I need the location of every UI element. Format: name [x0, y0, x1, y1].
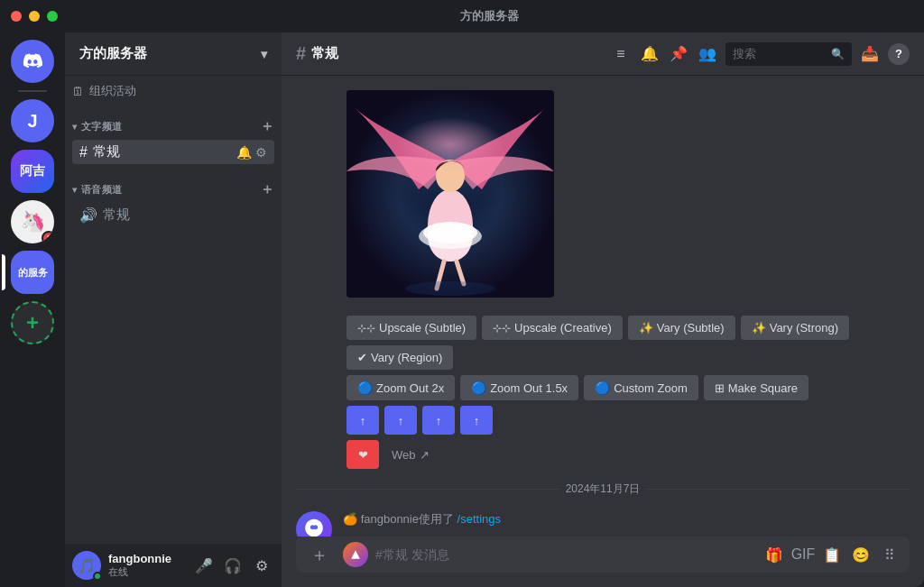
user-status-display: 在线	[108, 565, 184, 579]
svg-point-4	[419, 224, 482, 249]
generated-image	[346, 90, 554, 298]
upscale-vary-row: ⊹⊹ Upscale (Subtle) ⊹⊹ Upscale (Creative…	[346, 316, 910, 370]
channel-name-display: # 常规	[296, 43, 338, 64]
action-buttons-section: ⊹⊹ Upscale (Subtle) ⊹⊹ Upscale (Creative…	[282, 316, 924, 474]
upscale-subtle-button[interactable]: ⊹⊹ Upscale (Subtle)	[346, 316, 476, 340]
notifications-icon[interactable]: 🔔	[639, 43, 661, 65]
org-activity-item[interactable]: 🗓 组织活动	[65, 76, 282, 103]
search-icon: 🔍	[831, 48, 845, 60]
input-right-actions: 🎁 GIF 📋 😊 ⠿	[762, 542, 902, 567]
window-maximize[interactable]	[47, 11, 58, 22]
voice-channels-category: ▾ 语音频道 ＋	[65, 166, 282, 203]
voice-channels-label[interactable]: ▾ 语音频道	[72, 183, 123, 197]
headphones-button[interactable]: 🎧	[220, 553, 245, 578]
user-avatar-text: 🎵	[78, 557, 96, 574]
user-avatar: 🎵	[72, 551, 101, 580]
threads-icon[interactable]: ≡	[610, 43, 632, 65]
trigger-user-icon: 🍊	[343, 512, 357, 526]
user-info: fangbonnie 在线	[108, 552, 184, 579]
my-server-button[interactable]: 的服务	[11, 251, 54, 294]
window-close[interactable]	[11, 11, 22, 22]
web-button[interactable]: Web ↗	[384, 440, 437, 469]
footer-action-buttons: 🎤 🎧 ⚙	[191, 553, 274, 578]
help-button[interactable]: ?	[888, 43, 910, 65]
midjourney-logo-circle	[343, 542, 368, 567]
upscale-creative-button[interactable]: ⊹⊹ Upscale (Creative)	[482, 316, 623, 340]
user-panel: 🎵 fangbonnie 在线 🎤 🎧 ⚙	[65, 544, 282, 587]
arrow-btn-3[interactable]: ↑	[422, 406, 455, 435]
custom-zoom-button[interactable]: 🔵 Custom Zoom	[584, 375, 698, 400]
add-text-channel-button[interactable]: ＋	[260, 117, 275, 136]
web-label: Web	[392, 448, 416, 462]
add-content-button[interactable]: ＋	[303, 538, 336, 571]
zoom-out-1-5x-button[interactable]: 🔵 Zoom Out 1.5x	[460, 375, 578, 400]
gift-button[interactable]: 🎁	[762, 542, 787, 567]
server-aji-button[interactable]: 阿吉	[11, 150, 54, 193]
bot-message-header: 🍊 fangbonnie使用了 /settings	[343, 511, 910, 531]
vary-subtle-button[interactable]: ✨ Vary (Subtle)	[628, 316, 735, 340]
window-title: 方的服务器	[65, 8, 913, 24]
discord-home-button[interactable]	[11, 40, 54, 83]
mic-button[interactable]: 🎤	[191, 553, 217, 578]
make-square-icon: ⊞	[715, 381, 725, 395]
channel-item-changgui-voice[interactable]: 🔊 常规	[72, 203, 274, 227]
channel-actions: 🔔 ⚙	[236, 145, 267, 160]
add-voice-channel-button[interactable]: ＋	[260, 180, 275, 199]
channel-sidebar: 方的服务器 ▾ 🗓 组织活动 ▾ 文字频道 ＋ # 常规 🔔 ⚙	[65, 32, 282, 587]
heart-button[interactable]: ❤	[346, 440, 379, 469]
apps-button[interactable]: ⠿	[877, 542, 902, 567]
message-text-input[interactable]	[375, 537, 754, 573]
gif-button[interactable]: GIF	[790, 542, 816, 567]
members-icon[interactable]: 👥	[697, 43, 718, 65]
zoom-1-5x-icon: 🔵	[471, 381, 486, 395]
add-server-button[interactable]: +	[11, 301, 54, 344]
midjourney-logo	[343, 542, 368, 567]
search-placeholder: 搜索	[733, 46, 756, 62]
text-channels-label[interactable]: ▾ 文字频道	[72, 120, 123, 133]
org-icon: 🗓	[72, 85, 84, 98]
settings-trigger-link[interactable]: /settings	[457, 512, 501, 526]
arrow-buttons-row: ↑ ↑ ↑ ↑	[346, 406, 910, 435]
my-server-label: 的服务	[18, 266, 48, 280]
svg-point-7	[436, 160, 465, 192]
voice-channel-icon: 🔊	[79, 206, 97, 224]
arrow-btn-4[interactable]: ↑	[460, 406, 493, 435]
bot-message: 🍊 fangbonnie使用了 /settings Midjourney Bot…	[282, 504, 924, 537]
sticker-button[interactable]: 📋	[819, 542, 845, 567]
server-unicorn-button[interactable]: 🦄 1	[11, 200, 54, 243]
text-channels-category: ▾ 文字频道 ＋	[65, 103, 282, 140]
date-divider: 2024年11月7日	[282, 474, 924, 504]
bot-avatar-icon	[301, 517, 327, 537]
arrow-btn-1[interactable]: ↑	[346, 406, 379, 435]
emoji-button[interactable]: 😊	[848, 542, 873, 567]
server-name-header[interactable]: 方的服务器 ▾	[65, 32, 282, 76]
server-sidebar: J 阿吉 🦄 1 的服务 +	[0, 32, 65, 587]
external-link-icon: ↗	[420, 448, 430, 462]
svg-point-8	[405, 281, 495, 296]
messages-area: ⊹⊹ Upscale (Subtle) ⊹⊹ Upscale (Creative…	[282, 76, 924, 537]
username-display: fangbonnie	[108, 552, 184, 565]
channel-item-changgui-text[interactable]: # 常规 🔔 ⚙	[72, 140, 274, 164]
add-server-icon: +	[26, 310, 39, 335]
trigger-notice: 🍊 fangbonnie使用了 /settings	[343, 511, 501, 527]
message-input-area: ＋ 🎁 GIF 📋 😊 ⠿	[282, 537, 924, 587]
search-bar[interactable]: 搜索 🔍	[725, 42, 852, 66]
inbox-icon[interactable]: 📥	[859, 43, 881, 65]
topbar: # 常规 ≡ 🔔 📌 👥 搜索 🔍 📥 ?	[282, 32, 924, 76]
channel-notify-icon[interactable]: 🔔	[236, 145, 252, 160]
user-settings-button[interactable]: ⚙	[249, 553, 274, 578]
bot-avatar	[296, 511, 332, 537]
zoom-2x-icon: 🔵	[357, 381, 373, 395]
channel-settings-icon[interactable]: ⚙	[255, 145, 267, 160]
generated-image-container	[346, 90, 554, 298]
server-j-button[interactable]: J	[11, 99, 54, 142]
window-minimize[interactable]	[29, 11, 40, 22]
make-square-button[interactable]: ⊞ Make Square	[704, 375, 808, 400]
vary-strong-button[interactable]: ✨ Vary (Strong)	[741, 316, 849, 340]
heart-web-row: ❤ Web ↗	[346, 440, 910, 469]
arrow-btn-2[interactable]: ↑	[384, 406, 417, 435]
vary-region-button[interactable]: ✔ Vary (Region)	[346, 345, 453, 370]
image-svg	[346, 90, 554, 298]
pin-icon[interactable]: 📌	[668, 43, 689, 65]
zoom-out-2x-button[interactable]: 🔵 Zoom Out 2x	[346, 375, 455, 400]
